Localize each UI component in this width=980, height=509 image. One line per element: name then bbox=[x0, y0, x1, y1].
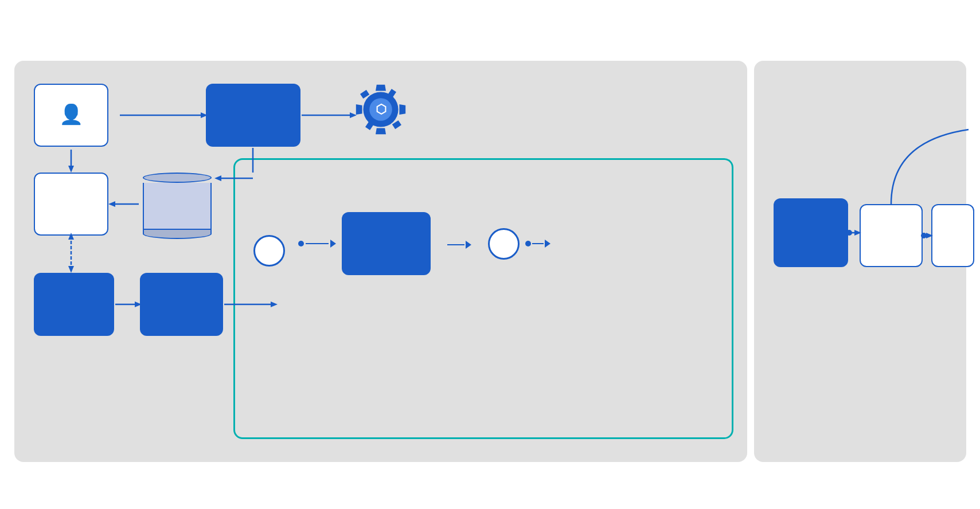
systems-node bbox=[774, 198, 848, 267]
svg-marker-14 bbox=[108, 201, 115, 207]
operator-node: 👤 bbox=[34, 84, 108, 147]
imperative-box bbox=[754, 61, 966, 462]
output-node bbox=[931, 204, 974, 267]
svg-marker-12 bbox=[214, 175, 221, 181]
arrow-to-systems bbox=[525, 240, 550, 248]
current-state-node bbox=[860, 204, 923, 267]
gear-icon-node: ⬡ bbox=[355, 84, 407, 138]
artifacts-node bbox=[140, 173, 214, 239]
arrow-to-controller bbox=[298, 240, 336, 248]
arrow-to-sequence bbox=[436, 238, 482, 249]
controller-node bbox=[342, 212, 431, 275]
cloud-native-box: 👤 bbox=[14, 61, 747, 462]
compute-desired-node bbox=[140, 273, 223, 336]
auditable-node bbox=[34, 173, 108, 236]
declarative-apis-box bbox=[233, 158, 733, 439]
ocm-processor-node bbox=[206, 84, 300, 147]
svg-marker-4 bbox=[68, 166, 74, 173]
diagram-area: 👤 bbox=[14, 61, 966, 462]
encoding-circle bbox=[253, 235, 285, 267]
svg-marker-6 bbox=[68, 266, 74, 273]
gear-icon: ⬡ bbox=[355, 84, 407, 135]
gitops-node bbox=[34, 273, 114, 336]
svg-text:⬡: ⬡ bbox=[375, 102, 386, 116]
sequence-circle bbox=[488, 228, 520, 260]
operator-icon: 👤 bbox=[59, 101, 83, 127]
encoding-node bbox=[247, 232, 292, 270]
